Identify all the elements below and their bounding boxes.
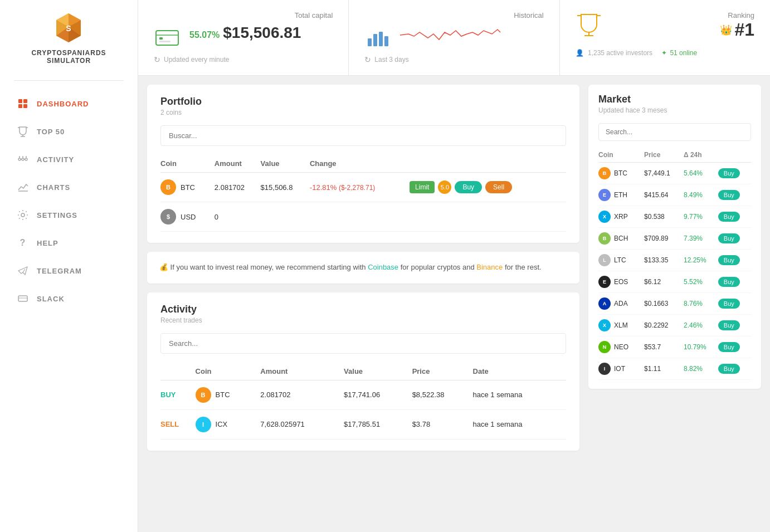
market-search[interactable] (598, 123, 751, 141)
market-coin-badge: N (598, 341, 611, 353)
mkt-col-coin: Coin (598, 148, 644, 163)
svg-line-24 (23, 269, 25, 272)
market-buy-button[interactable]: Buy (718, 190, 740, 200)
svg-rect-25 (18, 296, 27, 301)
svg-rect-9 (23, 99, 27, 103)
col-coin: Coin (160, 155, 215, 173)
sidebar-item-charts[interactable]: CHARTS (0, 173, 138, 201)
activity-icon (17, 153, 29, 165)
market-buy-button[interactable]: Buy (718, 255, 740, 265)
market-buy-button[interactable]: Buy (718, 299, 740, 309)
trophy-rank-icon (576, 11, 602, 38)
mkt-col-action (718, 148, 751, 163)
market-change: 12.25% (684, 250, 718, 271)
market-buy-button[interactable]: Buy (718, 233, 740, 243)
sidebar-item-top50[interactable]: TOP 50 (0, 118, 138, 145)
coin-name: BTC (216, 391, 230, 399)
col-change: Change (310, 155, 410, 173)
top50-label: TOP 50 (37, 128, 65, 136)
limit-button[interactable]: Limit (410, 181, 435, 193)
telegram-label: TELEGRAM (37, 267, 82, 275)
change-cell (310, 202, 410, 232)
ranking-card: Ranking 👑 #1 👤 1,235 active investors ✦ … (560, 0, 770, 75)
market-change: 7.39% (684, 228, 718, 250)
market-buy-button[interactable]: Buy (718, 320, 740, 330)
portfolio-search[interactable] (160, 125, 566, 146)
sidebar-item-dashboard[interactable]: DASHBOARD (0, 90, 138, 118)
mkt-col-price: Price (644, 148, 684, 163)
market-coin-name: ETH (614, 191, 627, 199)
table-row: BUY BBTC 2.081702 $17,741.06 $8,522.38 h… (160, 380, 566, 409)
historical-label: Historical (364, 11, 543, 19)
ranking-label: Ranking (720, 11, 754, 19)
list-item: XXLM $0.2292 2.46% Buy (598, 315, 751, 336)
sidebar-item-settings[interactable]: SETTINGS (0, 201, 138, 229)
market-coin-badge: A (598, 297, 611, 310)
market-coin-name: BCH (614, 235, 628, 242)
market-buy-button[interactable]: Buy (718, 212, 740, 222)
count-button[interactable]: 5.0 (438, 180, 451, 194)
info-banner: 💰 If you want to invest real money, we r… (147, 252, 579, 284)
sidebar-item-activity[interactable]: ACTIVITY (0, 145, 138, 173)
sidebar-item-help[interactable]: ? HELP (0, 229, 138, 257)
svg-point-21 (21, 213, 25, 217)
historical-footer: Last 3 days (374, 56, 408, 64)
banner-text-2: for popular cryptos and (401, 263, 477, 271)
buy-button[interactable]: Buy (455, 181, 482, 193)
coinbase-link[interactable]: Coinbase (368, 263, 398, 271)
coin-name: ICX (216, 420, 228, 428)
active-investors: 👤 1,235 active investors (576, 49, 652, 57)
col-actions (410, 155, 566, 173)
market-change: 5.52% (684, 271, 718, 293)
market-coin-badge: E (598, 276, 611, 288)
charts-label: CHARTS (37, 183, 70, 192)
binance-link[interactable]: Binance (476, 263, 503, 271)
chart-bar-icon (364, 24, 391, 51)
portfolio-table: Coin Amount Value Change BBTC 2.081702 $… (160, 155, 566, 232)
refresh-icon: ↻ (154, 55, 160, 64)
historical-chart (400, 24, 500, 46)
logo-area: S CRYPTOSPANIARDS SIMULATOR (31, 11, 106, 65)
app-name: CRYPTOSPANIARDS (31, 49, 106, 57)
market-change: 9.77% (684, 206, 718, 228)
actions-cell: Limit5.0BuySell (410, 173, 566, 202)
activity-search[interactable] (160, 333, 566, 354)
market-coin-name: NEO (614, 343, 628, 351)
market-buy-button[interactable]: Buy (718, 277, 740, 287)
trade-type: BUY (160, 391, 176, 399)
sidebar-item-slack[interactable]: SLACK (0, 285, 138, 313)
settings-icon (17, 209, 29, 221)
left-column: Portfolio 2 coins Coin Amount Value Chan… (147, 85, 579, 523)
act-col-date: Date (473, 363, 566, 380)
dashboard-icon (17, 97, 29, 110)
market-title: Market (598, 94, 751, 105)
sell-button[interactable]: Sell (485, 181, 512, 193)
content-area: Portfolio 2 coins Coin Amount Value Chan… (138, 76, 770, 532)
market-price: $1.11 (644, 358, 684, 380)
market-buy-button[interactable]: Buy (718, 342, 740, 352)
sidebar-item-telegram[interactable]: TELEGRAM (0, 257, 138, 285)
activity-subtitle: Recent trades (160, 316, 566, 324)
capital-label: Total capital (154, 11, 333, 19)
act-date: hace 1 semana (473, 380, 566, 409)
list-item: BBCH $709.89 7.39% Buy (598, 228, 751, 250)
list-item: AADA $0.1663 8.76% Buy (598, 293, 751, 315)
right-column: Market Updated hace 3 meses Coin Price Δ… (588, 85, 761, 523)
market-change: 8.49% (684, 184, 718, 206)
capital-footer: Updated every minute (164, 56, 229, 64)
dashboard-label: DASHBOARD (37, 100, 89, 108)
market-buy-button[interactable]: Buy (718, 364, 740, 374)
market-buy-button[interactable]: Buy (718, 168, 740, 178)
historical-card: Historical ↻ Last 3 days (349, 0, 559, 75)
app-subtitle: SIMULATOR (47, 57, 91, 65)
main-content: Total capital 55.07% $15,506.81 ↻ (138, 0, 770, 532)
market-price: $53.7 (644, 336, 684, 358)
market-coin-badge: E (598, 189, 611, 201)
act-value: $17,785.51 (344, 409, 412, 439)
sidebar: S CRYPTOSPANIARDS SIMULATOR DASHBOARD (0, 0, 138, 532)
top-stats-bar: Total capital 55.07% $15,506.81 ↻ (138, 0, 770, 76)
market-panel: Market Updated hace 3 meses Coin Price Δ… (588, 85, 761, 389)
market-table: Coin Price Δ 24h BBTC $7,449.1 5.64% Buy… (598, 148, 751, 380)
capital-icon (154, 24, 181, 51)
svg-rect-34 (384, 36, 388, 46)
